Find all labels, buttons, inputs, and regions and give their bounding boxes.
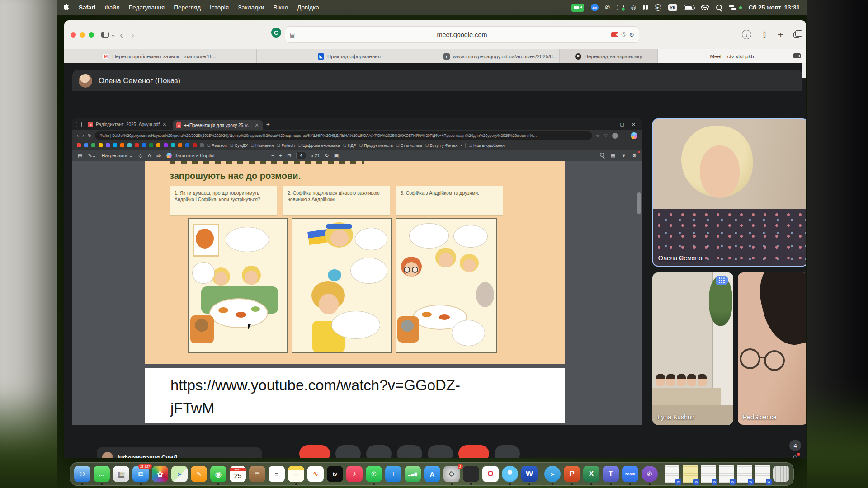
dock-whatsapp-icon[interactable]: ✆ xyxy=(366,466,382,482)
close-tab-icon[interactable]: ✕ xyxy=(255,122,259,128)
tab-actions-icon[interactable] xyxy=(76,122,82,127)
menu-bar-clock[interactable]: Сб 25 жовт. 13:31 xyxy=(749,4,800,11)
new-tab-button[interactable]: + xyxy=(778,29,783,40)
edge-more-menu-icon[interactable]: ⋯ xyxy=(622,133,627,138)
other-favorites-folder[interactable]: ❏Інші вподобання xyxy=(469,143,505,148)
edge-tab-pdf1[interactable]: ≣ Радіодиктант_2025_Аркуш.pdf ✕ xyxy=(85,119,170,129)
bookmark-favicon[interactable] xyxy=(185,143,189,147)
captions-button[interactable] xyxy=(335,445,361,458)
menu-edit[interactable]: Редагування xyxy=(129,4,165,11)
bookmark-favicon[interactable] xyxy=(106,143,110,147)
dock-powerpoint-icon[interactable]: P xyxy=(564,466,580,482)
battery-icon[interactable] xyxy=(684,5,694,10)
close-tab-icon[interactable]: ✕ xyxy=(162,122,166,127)
dock-mail-icon[interactable]: ✉11 937 xyxy=(132,466,149,482)
tab-gmail[interactable]: M Перелік проблемних заявок - marinaver1… xyxy=(64,49,257,63)
bookmark-folder-navchannia[interactable]: ❏Навчання xyxy=(251,143,274,148)
sidebar-chevron-icon[interactable]: ⌄ xyxy=(111,31,116,38)
edge-tab-pdf2-active[interactable]: ≣ ++Презентація для уроку 25 ж… ✕ xyxy=(173,120,262,130)
dock-teams-icon[interactable]: T xyxy=(603,466,619,482)
spotlight-search-icon[interactable] xyxy=(716,5,722,11)
dock-launchpad-icon[interactable]: ▦ xyxy=(113,466,129,482)
bookmark-favicon[interactable] xyxy=(156,143,160,147)
video-tile-olena[interactable]: Олена Семеног xyxy=(652,118,806,267)
save-icon[interactable]: ▼ xyxy=(621,153,626,158)
edge-forward-icon[interactable]: › xyxy=(82,132,84,139)
zoom-out-icon[interactable]: − xyxy=(271,153,274,158)
present-button[interactable] xyxy=(397,445,422,458)
translate-icon[interactable]: Ⓐ xyxy=(621,31,626,38)
bookmark-folder-ndr[interactable]: ❏НДР xyxy=(343,143,356,148)
bookmark-favicon[interactable] xyxy=(84,143,88,147)
dock-minimized-document[interactable] xyxy=(665,465,679,483)
edge-address-bar[interactable]: Файл | D:/Мої%20документи/Наукові%20крил… xyxy=(95,131,592,140)
bookmark-favicon[interactable] xyxy=(142,143,146,147)
page-view-icon[interactable]: ▣ xyxy=(334,153,339,159)
airpods-status-icon[interactable] xyxy=(643,5,648,10)
bookmark-favicon[interactable] xyxy=(77,143,81,147)
video-tile-pedscience[interactable]: PedScience xyxy=(738,272,806,425)
dock-pages-icon[interactable]: ✎ xyxy=(191,466,207,482)
dock-facetime-icon[interactable]: ◉ xyxy=(210,466,226,482)
bookmark-folder-productivity[interactable]: ❏Продуктивність xyxy=(359,143,393,148)
dock-zoom-icon[interactable]: zoom xyxy=(622,466,638,482)
video-tile-iryna[interactable]: Iryna Kushnir xyxy=(652,272,733,425)
dock-excel-icon[interactable]: X xyxy=(583,466,599,482)
reader-view-icon[interactable]: ▤ xyxy=(290,32,295,38)
apple-menu-icon[interactable] xyxy=(64,4,70,12)
bookmark-favicon[interactable] xyxy=(178,143,182,147)
youtube-link-line1[interactable]: https://www.youtube.com/watch?v=GGoDZ- xyxy=(170,374,565,397)
bookmark-favicon[interactable] xyxy=(135,143,139,147)
tab-overview-icon[interactable] xyxy=(793,32,800,38)
dock-minimized-document[interactable] xyxy=(719,465,734,483)
dock-numbers-icon[interactable]: ▂▅▇ xyxy=(405,466,421,482)
dock-apple-tv-icon[interactable]: tv xyxy=(327,466,343,482)
mic-button[interactable] xyxy=(299,445,330,458)
menu-history[interactable]: Історія xyxy=(210,4,229,11)
bookmark-folder-sumdu[interactable]: ❏СумДУ xyxy=(230,143,248,148)
bookmark-favicon[interactable] xyxy=(127,143,132,147)
dock-maps-icon[interactable]: ➤ xyxy=(171,466,188,482)
menu-view[interactable]: Перегляд xyxy=(174,4,201,11)
pen-tool-icon[interactable]: ✎⌄ xyxy=(88,153,96,159)
dock-app-store-icon[interactable]: A xyxy=(424,466,440,482)
dock-word-icon[interactable]: W xyxy=(521,466,538,482)
edge-new-tab-button[interactable]: + xyxy=(266,121,270,128)
dock-trash-icon[interactable] xyxy=(773,466,789,482)
dock-fitness-icon[interactable]: ∿ xyxy=(307,466,324,482)
bookmark-favicon[interactable] xyxy=(120,143,124,147)
zoom-in-icon[interactable]: + xyxy=(279,153,282,158)
edge-favorite-star-icon[interactable]: ☆ xyxy=(596,133,600,138)
pdf-settings-icon[interactable]: ⚙ xyxy=(632,153,637,159)
reactions-button[interactable] xyxy=(366,445,392,458)
dock-minimized-document[interactable] xyxy=(755,465,770,483)
raise-hand-button[interactable] xyxy=(428,445,453,458)
control-center-icon[interactable] xyxy=(729,5,736,10)
zoom-app-status-icon[interactable]: zm xyxy=(591,4,599,11)
forward-button[interactable]: › xyxy=(131,30,134,39)
copilot-icon[interactable] xyxy=(631,132,637,139)
tab-example[interactable]: ◣ Приклад оформлення xyxy=(257,49,442,63)
camera-button[interactable] xyxy=(458,445,489,458)
edge-close-button[interactable]: ✕ xyxy=(632,122,636,127)
notification-banner[interactable]: Інформування СумД… xyxy=(97,447,262,458)
dock-calendar-icon[interactable]: жовт.25 xyxy=(230,466,246,482)
read-aloud-icon[interactable]: ab xyxy=(156,153,161,158)
tab-meet-active[interactable]: Meet – ctv-xfst-pkh xyxy=(658,49,806,63)
edge-minimize-button[interactable]: — xyxy=(608,122,612,127)
tab-innovpedagogy[interactable]: i www.innovpedagogy.od.ua/archives/2025/… xyxy=(442,49,560,63)
circles-status-icon[interactable]: ◎ xyxy=(631,5,636,10)
display-check-status-icon[interactable] xyxy=(617,5,624,10)
dock-photos-icon[interactable]: ✿ xyxy=(152,466,168,482)
dock-opera-icon[interactable]: O xyxy=(482,466,499,482)
bookmark-folder-fintech-intro[interactable]: ❏Вступ у Фінтех xyxy=(425,143,458,148)
pdf-search-icon[interactable] xyxy=(600,153,605,158)
edge-reload-icon[interactable]: ↻ xyxy=(88,133,91,138)
menu-help[interactable]: Довідка xyxy=(297,4,319,11)
menu-app-name[interactable]: Safari xyxy=(79,4,96,11)
draw-button[interactable]: Накреслити ⌄ xyxy=(102,153,133,158)
bookmark-folder-fintech[interactable]: ❏Fintech xyxy=(277,143,295,148)
eraser-icon[interactable]: ◇ xyxy=(138,153,142,159)
dock-telegram-icon[interactable]: ➤ xyxy=(544,466,561,482)
window-traffic-lights[interactable] xyxy=(71,32,94,38)
